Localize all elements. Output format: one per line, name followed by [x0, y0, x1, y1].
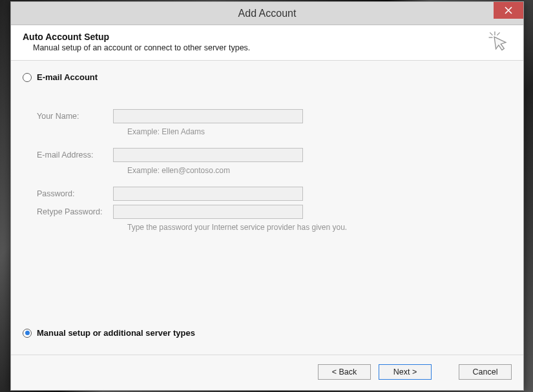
radio-manual-setup-row[interactable]: Manual setup or additional server types [23, 328, 512, 338]
row-retype-password: Retype Password: [37, 205, 512, 219]
header-text: Auto Account Setup Manual setup of an ac… [23, 32, 250, 52]
row-your-name: Your Name: [37, 109, 512, 123]
window-title: Add Account [11, 8, 523, 19]
input-email[interactable] [113, 148, 303, 162]
back-button[interactable]: < Back [318, 364, 371, 380]
header-subtitle: Manual setup of an account or connect to… [33, 43, 250, 52]
footer-spacer [439, 364, 451, 380]
add-account-dialog: Add Account Auto Account Setup Manual se… [10, 1, 524, 391]
hint-password: Type the password your Internet service … [127, 223, 512, 232]
cursor-click-icon [487, 30, 509, 52]
svg-line-3 [497, 32, 499, 35]
hint-your-name: Example: Ellen Adams [127, 127, 512, 136]
close-button[interactable] [494, 2, 523, 19]
radio-email-account-row[interactable]: E-mail Account [23, 72, 512, 82]
svg-line-2 [490, 32, 492, 35]
input-your-name[interactable] [113, 109, 303, 123]
input-retype-password[interactable] [113, 205, 303, 219]
dialog-footer: < Back Next > Cancel [11, 355, 523, 390]
radio-manual-setup-label: Manual setup or additional server types [37, 328, 195, 338]
row-email: E-mail Address: [37, 148, 512, 162]
dialog-body: E-mail Account Your Name: Example: Ellen… [11, 61, 523, 355]
close-icon [505, 6, 512, 14]
input-password[interactable] [113, 187, 303, 201]
titlebar: Add Account [11, 2, 523, 25]
form-area: Your Name: Example: Ellen Adams E-mail A… [37, 109, 512, 232]
label-retype-password: Retype Password: [37, 207, 113, 216]
radio-email-account[interactable] [23, 73, 32, 82]
dialog-header: Auto Account Setup Manual setup of an ac… [11, 25, 523, 61]
header-title: Auto Account Setup [23, 32, 250, 42]
label-email: E-mail Address: [37, 150, 113, 160]
label-password: Password: [37, 189, 113, 198]
row-password: Password: [37, 187, 512, 201]
cancel-button[interactable]: Cancel [459, 364, 512, 380]
hint-email: Example: ellen@contoso.com [127, 166, 512, 175]
label-your-name: Your Name: [37, 112, 113, 121]
radio-manual-setup[interactable] [23, 329, 32, 338]
radio-email-account-label: E-mail Account [37, 72, 98, 82]
next-button[interactable]: Next > [379, 364, 432, 380]
